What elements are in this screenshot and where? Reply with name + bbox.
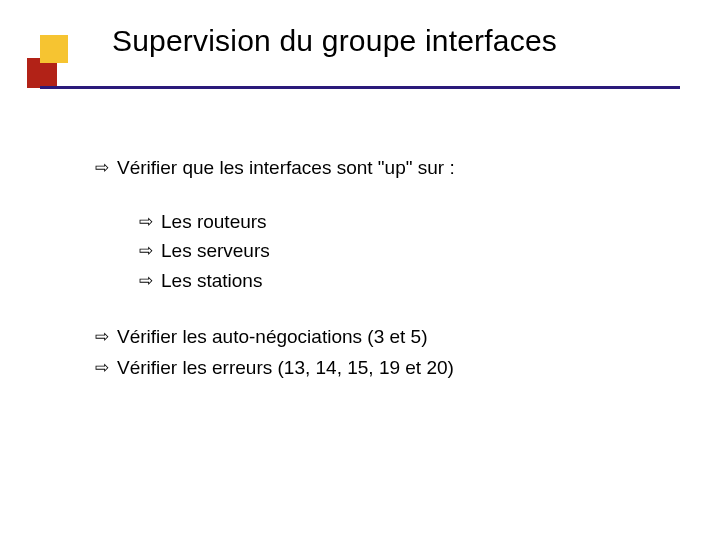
bullet-level2: ⇨ Les routeurs: [139, 209, 655, 235]
bullet-text: Vérifier que les interfaces sont "up" su…: [117, 155, 655, 181]
bullet-text: Vérifier les erreurs (13, 14, 15, 19 et …: [117, 355, 655, 381]
slide-title: Supervision du groupe interfaces: [112, 24, 557, 58]
arrow-icon: ⇨: [95, 155, 117, 181]
horizontal-rule: [40, 86, 680, 89]
bullet-text: Les stations: [161, 268, 655, 294]
bullet-level1: ⇨ Vérifier que les interfaces sont "up" …: [95, 155, 655, 181]
accent-square-yellow: [40, 35, 68, 63]
arrow-icon: ⇨: [95, 355, 117, 381]
sub-bullet-group: ⇨ Les routeurs ⇨ Les serveurs ⇨ Les stat…: [139, 209, 655, 294]
arrow-icon: ⇨: [95, 324, 117, 350]
bullet-level1: ⇨ Vérifier les erreurs (13, 14, 15, 19 e…: [95, 355, 655, 381]
arrow-icon: ⇨: [139, 209, 161, 235]
bullet-text: Les serveurs: [161, 238, 655, 264]
bullet-level2: ⇨ Les serveurs: [139, 238, 655, 264]
bullet-text: Les routeurs: [161, 209, 655, 235]
bullet-block: ⇨ Vérifier les auto-négociations (3 et 5…: [95, 324, 655, 381]
bullet-level1: ⇨ Vérifier les auto-négociations (3 et 5…: [95, 324, 655, 350]
arrow-icon: ⇨: [139, 268, 161, 294]
arrow-icon: ⇨: [139, 238, 161, 264]
bullet-level2: ⇨ Les stations: [139, 268, 655, 294]
slide-body: ⇨ Vérifier que les interfaces sont "up" …: [95, 155, 655, 387]
slide: Supervision du groupe interfaces ⇨ Vérif…: [0, 0, 720, 540]
bullet-text: Vérifier les auto-négociations (3 et 5): [117, 324, 655, 350]
